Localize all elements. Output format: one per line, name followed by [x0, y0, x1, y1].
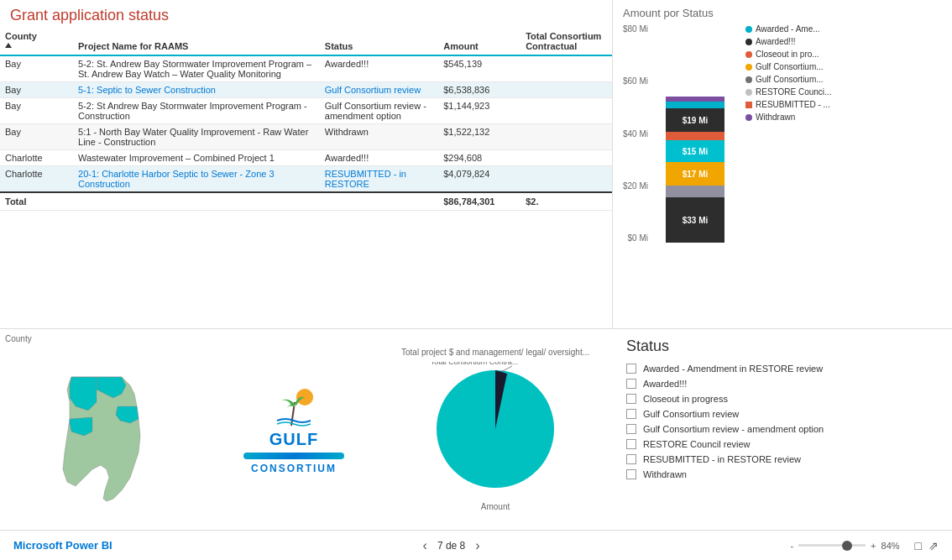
cell-amount: $1,522,132: [438, 124, 520, 150]
logo-consortium: CONSORTIUM: [243, 463, 344, 474]
cell-amount: $6,538,836: [438, 82, 520, 98]
page-title: Grant application status: [0, 0, 612, 28]
status-checkbox[interactable]: [626, 469, 636, 479]
table-row[interactable]: Bay 5-2: St Andrew Bay Stormwater Improv…: [0, 98, 612, 124]
map-panel: County: [0, 329, 210, 530]
power-bi-brand[interactable]: Microsoft Power BI: [13, 539, 112, 552]
cell-amount: $294,608: [438, 150, 520, 166]
col-header-project[interactable]: Project Name for RAAMS: [73, 28, 320, 55]
legend-dot-3: [745, 51, 752, 58]
table-row[interactable]: Charlotte Wastewater Improvement – Combi…: [0, 150, 612, 166]
status-item-label: RESTORE Council review: [643, 439, 751, 449]
legend-dot-2: [745, 39, 752, 45]
chart-legend: Awarded - Ame... Awarded!!! Closeout in …: [737, 24, 831, 322]
next-page-button[interactable]: ›: [475, 538, 479, 553]
legend-dot-1: [745, 26, 752, 33]
stacked-bar: $19 Mi $15 Mi $17 Mi $33 Mi: [666, 97, 724, 243]
status-item-label: Awarded!!!: [643, 379, 687, 389]
pie-label-bottom: Amount: [481, 502, 510, 511]
map-area[interactable]: [5, 347, 205, 525]
cell-status: Withdrawn: [320, 124, 438, 150]
cell-status: Gulf Consortium review - amendment optio…: [320, 98, 438, 124]
cell-amount: $4,079,824: [438, 166, 520, 193]
status-checkbox[interactable]: [626, 394, 636, 404]
table-row[interactable]: Bay 5-1: Septic to Sewer Construction Gu…: [0, 82, 612, 98]
bar-segment-awarded-top: $19 Mi: [666, 108, 724, 132]
status-item[interactable]: Withdrawn: [626, 469, 939, 479]
table-row[interactable]: Charlotte 20-1: Charlotte Harbor Septic …: [0, 166, 612, 193]
legend-dot-5: [745, 76, 752, 83]
col-header-amount[interactable]: Amount: [438, 28, 520, 55]
bar-segment-gulf-teal: $15 Mi: [666, 140, 724, 162]
cell-county: Charlotte: [0, 166, 73, 193]
legend-dot-6: [745, 89, 752, 96]
status-checkbox[interactable]: [626, 364, 636, 374]
table-row[interactable]: Bay 5-2: St. Andrew Bay Stormwater Impro…: [0, 55, 612, 82]
top-section: Grant application status County Project …: [0, 0, 952, 328]
table-panel: Grant application status County Project …: [0, 0, 613, 328]
bar-segment-awarded-ame: [666, 102, 724, 108]
pie-title: Total project $ and management/ legal/ o…: [401, 348, 589, 357]
pie-panel: Total project $ and management/ legal/ o…: [378, 329, 613, 530]
bottom-section: County: [0, 328, 952, 530]
pie-wrap[interactable]: Total Consortium Contra...: [428, 362, 562, 499]
status-list: Awarded - Amendment in RESTORE review Aw…: [626, 364, 939, 479]
cell-amount: $1,144,923: [438, 98, 520, 124]
fullscreen-button[interactable]: ⇗: [928, 539, 939, 552]
status-item[interactable]: Closeout in progress: [626, 394, 939, 404]
prev-page-button[interactable]: ‹: [423, 538, 427, 553]
cell-status: Awarded!!!: [320, 150, 438, 166]
status-checkbox[interactable]: [626, 409, 636, 419]
legend-dot-8: [745, 114, 752, 121]
cell-county: Bay: [0, 124, 73, 150]
legend-item-3: Closeout in pro...: [745, 50, 831, 59]
status-item[interactable]: Gulf Consortium review - amendment optio…: [626, 424, 939, 434]
status-item[interactable]: RESTORE Council review: [626, 439, 939, 449]
bar-segment-gulf-gold: $17 Mi: [666, 162, 724, 186]
status-checkbox[interactable]: [626, 379, 636, 389]
zoom-plus-button[interactable]: +: [871, 541, 876, 551]
status-item[interactable]: Awarded - Amendment in RESTORE review: [626, 364, 939, 374]
sort-arrow-icon: [5, 43, 12, 48]
cell-total: [520, 55, 612, 82]
logo-icon: [273, 385, 315, 427]
chart-panel: Amount por Status $80 Mi $60 Mi $40 Mi $…: [613, 0, 952, 328]
zoom-control: - + 84%: [790, 541, 908, 551]
status-item[interactable]: RESUBMITTED - in RESTORE review: [626, 454, 939, 464]
cell-total: [520, 166, 612, 193]
page-indicator: 7 de 8: [437, 540, 465, 552]
cell-project: Wastewater Improvement – Combined Projec…: [73, 150, 320, 166]
stacked-bar-container[interactable]: $19 Mi $15 Mi $17 Mi $33 Mi: [653, 24, 737, 243]
cell-county: Bay: [0, 98, 73, 124]
bar-segment-closeout: [666, 132, 724, 140]
footer-nav: ‹ 7 de 8 ›: [423, 538, 480, 553]
cell-amount: $545,139: [438, 55, 520, 82]
table-row[interactable]: Bay 5:1 - North Bay Water Quality Improv…: [0, 124, 612, 150]
total-right: $2.: [520, 192, 612, 211]
col-header-county[interactable]: County: [0, 28, 73, 55]
status-item[interactable]: Awarded!!!: [626, 379, 939, 389]
cell-county: Bay: [0, 55, 73, 82]
bar-segment-awarded-main: $33 Mi: [666, 197, 724, 243]
fit-page-button[interactable]: □: [915, 539, 922, 552]
map-label: County: [5, 334, 205, 343]
footer-right: - + 84% □ ⇗: [790, 539, 939, 552]
zoom-minus-button[interactable]: -: [790, 541, 793, 551]
logo-panel: GULF CONSORTIUM: [210, 329, 378, 530]
cell-county: Bay: [0, 82, 73, 98]
chart-title: Amount por Status: [623, 7, 942, 19]
table-header-row: County Project Name for RAAMS Status Amo…: [0, 28, 612, 55]
zoom-slider[interactable]: [798, 544, 866, 547]
status-checkbox[interactable]: [626, 424, 636, 434]
legend-item-2: Awarded!!!: [745, 37, 831, 46]
status-panel: Status Awarded - Amendment in RESTORE re…: [613, 329, 952, 530]
status-item-label: Gulf Consortium review - amendment optio…: [643, 424, 824, 434]
cell-status: Gulf Consortium review: [320, 82, 438, 98]
cell-total: [520, 124, 612, 150]
status-checkbox[interactable]: [626, 454, 636, 464]
status-item-label: Closeout in progress: [643, 394, 728, 404]
svg-text:Total Consortium Contra...: Total Consortium Contra...: [431, 362, 519, 366]
col-header-status[interactable]: Status: [320, 28, 438, 55]
status-item[interactable]: Gulf Consortium review: [626, 409, 939, 419]
status-checkbox[interactable]: [626, 439, 636, 449]
